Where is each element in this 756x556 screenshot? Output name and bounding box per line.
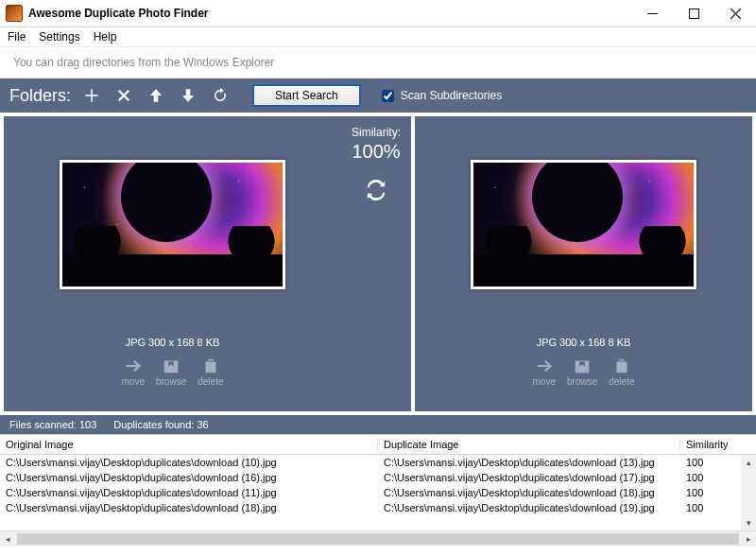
right-delete-button[interactable]: delete (609, 356, 634, 387)
table-row[interactable]: C:\Users\mansi.vijay\Desktop\duplicates\… (0, 455, 756, 470)
files-scanned-label: Files scanned: 103 (9, 419, 96, 430)
left-image-preview[interactable] (60, 160, 285, 289)
similarity-value: 100% (352, 141, 400, 163)
scan-subdirectories-checkbox[interactable]: Scan Subdirectories (378, 87, 502, 105)
right-move-button[interactable]: move (533, 356, 556, 387)
scan-subdirectories-input[interactable] (382, 90, 394, 102)
app-icon (6, 5, 23, 22)
scan-subdirectories-label: Scan Subdirectories (401, 89, 502, 102)
cell-original: C:\Users\mansi.vijay\Desktop\duplicates\… (0, 487, 378, 498)
cell-original: C:\Users\mansi.vijay\Desktop\duplicates\… (0, 502, 378, 513)
cell-duplicate: C:\Users\mansi.vijay\Desktop\duplicates\… (378, 487, 680, 498)
scroll-right-icon[interactable]: ▸ (741, 531, 756, 547)
right-browse-button[interactable]: browse (567, 356, 597, 387)
scroll-down-icon[interactable]: ▾ (741, 515, 756, 530)
swap-icon[interactable] (366, 180, 387, 203)
col-similarity[interactable]: Similarity (680, 439, 756, 450)
app-title: Awesome Duplicate Photo Finder (28, 7, 208, 20)
menu-bar: File Settings Help (0, 27, 756, 47)
left-browse-button[interactable]: browse (156, 356, 186, 387)
cell-duplicate: C:\Users\mansi.vijay\Desktop\duplicates\… (378, 472, 680, 483)
right-image-preview[interactable] (471, 160, 696, 289)
move-down-button[interactable] (177, 84, 199, 107)
title-bar: Awesome Duplicate Photo Finder (0, 0, 756, 27)
table-header: Original Image Duplicate Image Similarit… (0, 435, 756, 455)
table-row[interactable]: C:\Users\mansi.vijay\Desktop\duplicates\… (0, 470, 756, 485)
duplicates-found-label: Duplicates found: 36 (113, 419, 208, 430)
close-button[interactable] (714, 0, 756, 26)
vertical-scrollbar[interactable]: ▴ ▾ (741, 455, 756, 530)
remove-folder-button[interactable] (112, 84, 135, 107)
drag-hint: You can drag directories from the Window… (0, 47, 756, 78)
maximize-button[interactable] (673, 0, 714, 26)
table-row[interactable]: C:\Users\mansi.vijay\Desktop\duplicates\… (0, 485, 756, 500)
left-move-button[interactable]: move (122, 356, 145, 387)
table-body: C:\Users\mansi.vijay\Desktop\duplicates\… (0, 455, 756, 530)
svg-rect-1 (689, 9, 698, 18)
refresh-button[interactable] (209, 84, 232, 107)
left-image-meta: JPG 300 x 168 8 KB (126, 337, 220, 348)
cell-duplicate: C:\Users\mansi.vijay\Desktop\duplicates\… (378, 502, 680, 513)
svg-rect-0 (647, 13, 658, 14)
scroll-left-icon[interactable]: ◂ (0, 531, 15, 547)
right-preview-panel: JPG 300 x 168 8 KB move browse delete (411, 116, 756, 411)
menu-help[interactable]: Help (94, 30, 117, 43)
status-bar: Files scanned: 103 Duplicates found: 36 (0, 415, 756, 434)
left-preview-panel: JPG 300 x 168 8 KB move browse delete (0, 116, 341, 411)
center-similarity-panel: Similarity: 100% (341, 116, 411, 411)
cell-duplicate: C:\Users\mansi.vijay\Desktop\duplicates\… (378, 457, 680, 468)
scroll-up-icon[interactable]: ▴ (741, 455, 756, 470)
col-duplicate[interactable]: Duplicate Image (378, 439, 680, 450)
table-row[interactable]: C:\Users\mansi.vijay\Desktop\duplicates\… (0, 500, 756, 515)
horizontal-scrollbar[interactable]: ◂ ▸ (0, 530, 756, 547)
col-original[interactable]: Original Image (0, 439, 378, 450)
start-search-button[interactable]: Start Search (252, 84, 361, 107)
menu-settings[interactable]: Settings (39, 30, 79, 43)
cell-original: C:\Users\mansi.vijay\Desktop\duplicates\… (0, 472, 378, 483)
folders-label: Folders: (9, 86, 71, 106)
menu-file[interactable]: File (8, 30, 26, 43)
cell-original: C:\Users\mansi.vijay\Desktop\duplicates\… (0, 457, 378, 468)
minimize-button[interactable] (631, 0, 673, 26)
results-table: Original Image Duplicate Image Similarit… (0, 434, 756, 547)
left-delete-button[interactable]: delete (198, 356, 223, 387)
preview-area: JPG 300 x 168 8 KB move browse delete Si… (0, 113, 756, 415)
right-image-meta: JPG 300 x 168 8 KB (537, 337, 631, 348)
move-up-button[interactable] (145, 84, 167, 107)
toolbar: Folders: Start Search Scan Subdirectorie… (0, 78, 756, 113)
similarity-label: Similarity: (352, 126, 401, 139)
scroll-thumb[interactable] (17, 533, 739, 545)
add-folder-button[interactable] (80, 84, 103, 107)
